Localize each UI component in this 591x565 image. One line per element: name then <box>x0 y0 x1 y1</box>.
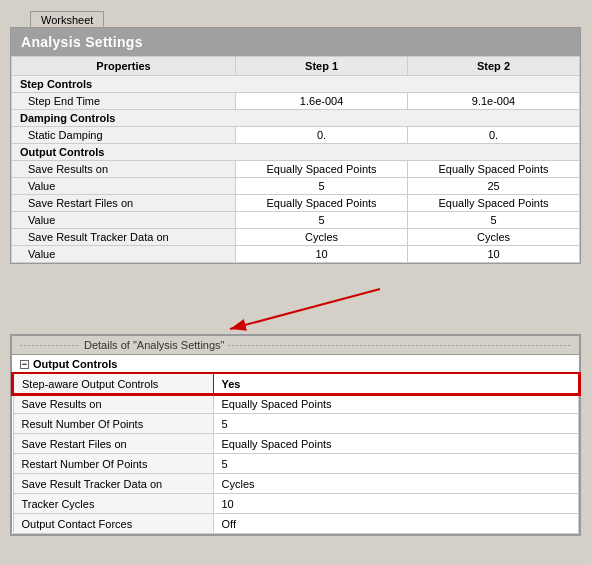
table-row: Tracker Cycles10 <box>13 494 579 514</box>
arrow-indicator <box>10 284 581 334</box>
row-step1: 0. <box>236 127 408 144</box>
detail-row-value: 10 <box>213 494 579 514</box>
table-row: Step-aware Output ControlsYes <box>13 374 579 394</box>
row-step1: 5 <box>236 212 408 229</box>
row-label: Value <box>12 246 236 263</box>
row-step1: Cycles <box>236 229 408 246</box>
row-step2: 9.1e-004 <box>408 93 580 110</box>
table-row: Save Restart Files onEqually Spaced Poin… <box>13 434 579 454</box>
table-row: Save Results on Equally Spaced Points Eq… <box>12 161 580 178</box>
detail-row-value: Off <box>213 514 579 534</box>
table-row: Save Result Tracker Data on Cycles Cycle… <box>12 229 580 246</box>
details-container: Details of "Analysis Settings" − Output … <box>10 334 581 536</box>
row-label: Value <box>12 212 236 229</box>
row-step2: 0. <box>408 127 580 144</box>
detail-row-label: Save Result Tracker Data on <box>13 474 213 494</box>
detail-row-value: Equally Spaced Points <box>213 434 579 454</box>
col-properties: Properties <box>12 57 236 76</box>
detail-row-label: Tracker Cycles <box>13 494 213 514</box>
analysis-settings-header: Analysis Settings <box>11 28 580 56</box>
details-table: Step-aware Output ControlsYesSave Result… <box>12 373 579 534</box>
detail-row-value: Cycles <box>213 474 579 494</box>
table-row: Step End Time 1.6e-004 9.1e-004 <box>12 93 580 110</box>
row-step2: 25 <box>408 178 580 195</box>
section-damping-controls: Damping Controls <box>12 110 580 127</box>
detail-row-label: Result Number Of Points <box>13 414 213 434</box>
detail-row-label: Save Results on <box>13 394 213 414</box>
row-step1: 10 <box>236 246 408 263</box>
worksheet-tab[interactable]: Worksheet <box>30 11 104 28</box>
table-row: Value 5 5 <box>12 212 580 229</box>
expand-icon[interactable]: − <box>20 360 29 369</box>
details-section-header: − Output Controls <box>12 355 579 373</box>
row-label: Value <box>12 178 236 195</box>
row-step1: Equally Spaced Points <box>236 161 408 178</box>
details-title: Details of "Analysis Settings" <box>84 339 224 351</box>
table-row: Restart Number Of Points5 <box>13 454 579 474</box>
details-section-name: Output Controls <box>33 358 117 370</box>
row-label: Step End Time <box>12 93 236 110</box>
row-step2: 5 <box>408 212 580 229</box>
table-row: Result Number Of Points5 <box>13 414 579 434</box>
table-row: Save Result Tracker Data onCycles <box>13 474 579 494</box>
detail-row-value: 5 <box>213 454 579 474</box>
detail-row-value: Equally Spaced Points <box>213 394 579 414</box>
row-step2: Equally Spaced Points <box>408 195 580 212</box>
row-step1: 5 <box>236 178 408 195</box>
table-row: Static Damping 0. 0. <box>12 127 580 144</box>
details-title-bar: Details of "Analysis Settings" <box>12 336 579 355</box>
detail-row-label: Step-aware Output Controls <box>13 374 213 394</box>
row-label: Static Damping <box>12 127 236 144</box>
row-label: Save Result Tracker Data on <box>12 229 236 246</box>
detail-row-label: Output Contact Forces <box>13 514 213 534</box>
detail-row-value: 5 <box>213 414 579 434</box>
row-step1: Equally Spaced Points <box>236 195 408 212</box>
table-row: Value 10 10 <box>12 246 580 263</box>
table-row: Save Results onEqually Spaced Points <box>13 394 579 414</box>
table-row: Save Restart Files on Equally Spaced Poi… <box>12 195 580 212</box>
analysis-settings-table: Properties Step 1 Step 2 Step Controls S… <box>11 56 580 263</box>
section-step-controls: Step Controls <box>12 76 580 93</box>
col-step1: Step 1 <box>236 57 408 76</box>
detail-row-label: Restart Number Of Points <box>13 454 213 474</box>
svg-line-1 <box>230 289 380 329</box>
row-label: Save Results on <box>12 161 236 178</box>
section-output-controls: Output Controls <box>12 144 580 161</box>
row-step2: 10 <box>408 246 580 263</box>
row-step1: 1.6e-004 <box>236 93 408 110</box>
table-row: Value 5 25 <box>12 178 580 195</box>
table-row: Output Contact ForcesOff <box>13 514 579 534</box>
row-step2: Equally Spaced Points <box>408 161 580 178</box>
row-label: Save Restart Files on <box>12 195 236 212</box>
detail-row-label: Save Restart Files on <box>13 434 213 454</box>
detail-row-value: Yes <box>213 374 579 394</box>
col-step2: Step 2 <box>408 57 580 76</box>
worksheet-container: Analysis Settings Properties Step 1 Step… <box>10 27 581 264</box>
row-step2: Cycles <box>408 229 580 246</box>
